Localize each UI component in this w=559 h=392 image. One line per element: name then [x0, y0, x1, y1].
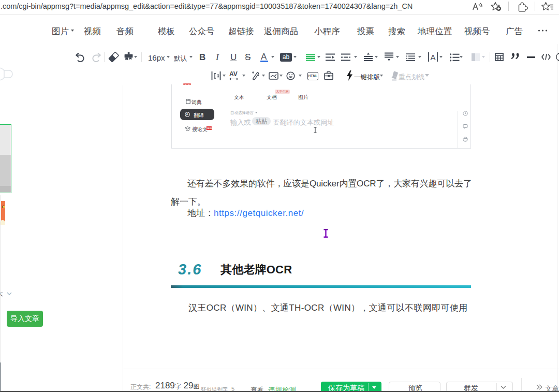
svg-text:AV: AV [229, 71, 238, 78]
svg-text:A: A [186, 112, 189, 116]
svg-text:A: A [431, 53, 436, 62]
